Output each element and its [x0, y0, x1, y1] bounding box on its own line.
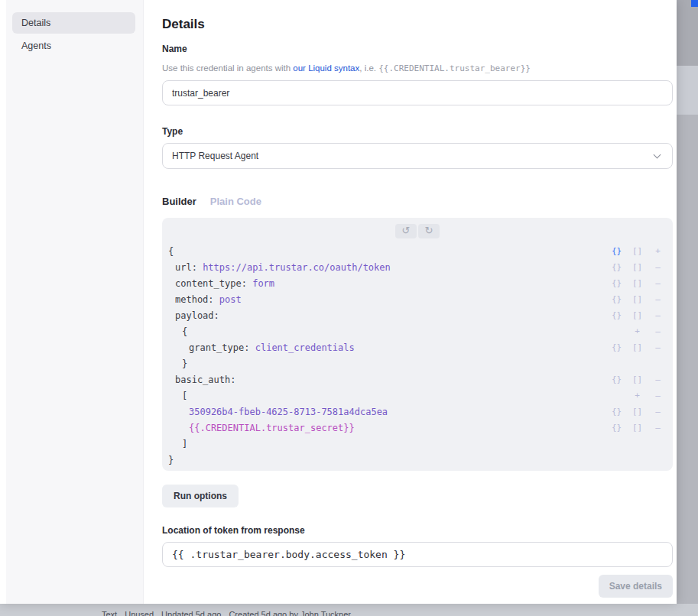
- line-actions: {}[]—: [606, 262, 668, 272]
- add-array-icon[interactable]: []: [627, 278, 648, 288]
- code-text: method: post: [168, 294, 606, 305]
- code-line: grant_type: client_credentials{}[]—: [162, 339, 673, 355]
- code-text: grant_type: client_credentials: [168, 342, 606, 353]
- add-object-icon[interactable]: {}: [606, 423, 627, 433]
- code-line: method: post{}[]—: [162, 291, 673, 307]
- line-actions: +—: [627, 326, 668, 336]
- add-array-icon[interactable]: []: [627, 423, 648, 433]
- add-array-icon[interactable]: []: [627, 374, 648, 384]
- builder-tabs: BuilderPlain Code: [162, 196, 261, 207]
- background-page: [676, 0, 698, 66]
- code-text: 350926b4-fbeb-4625-8713-7581a4dca5ea: [168, 407, 606, 417]
- code-line: }: [162, 355, 673, 371]
- name-label: Name: [162, 44, 187, 54]
- type-select-value: HTTP Request Agent: [172, 151, 258, 161]
- code-line: [+—: [162, 387, 673, 404]
- remove-item-icon[interactable]: —: [648, 326, 668, 336]
- save-details-button[interactable]: Save details: [599, 575, 673, 598]
- code-line: 350926b4-fbeb-4625-8713-7581a4dca5ea{}[]…: [162, 404, 673, 420]
- line-actions: {}[]—: [606, 278, 668, 288]
- token-location-label: Location of token from response: [162, 525, 305, 536]
- type-label: Type: [162, 126, 183, 137]
- remove-item-icon[interactable]: —: [648, 391, 668, 400]
- remove-item-icon[interactable]: —: [648, 310, 668, 320]
- tab-plain-code[interactable]: Plain Code: [210, 196, 261, 207]
- type-select[interactable]: HTTP Request Agent: [162, 143, 673, 169]
- add-array-icon[interactable]: []: [627, 262, 648, 272]
- status-item: Text: [102, 610, 117, 616]
- run-options-button[interactable]: Run options: [162, 485, 239, 507]
- helper-code: {{.CREDENTIAL.trustar_bearer}}: [378, 63, 531, 73]
- add-object-icon[interactable]: {}: [606, 374, 627, 384]
- remove-item-icon[interactable]: —: [648, 342, 668, 352]
- add-array-icon[interactable]: []: [627, 310, 648, 320]
- credential-name-input[interactable]: [162, 80, 673, 105]
- line-actions: {}[]—: [606, 374, 668, 384]
- name-helper-text: Use this credential in agents with our L…: [162, 63, 531, 73]
- code-line: {{}[]+: [162, 243, 673, 259]
- remove-item-icon[interactable]: —: [648, 423, 668, 433]
- page-title: Details: [162, 17, 205, 32]
- add-object-icon[interactable]: {}: [606, 262, 627, 272]
- sidebar-item-agents[interactable]: Agents: [12, 35, 135, 57]
- add-object-icon[interactable]: {}: [606, 278, 627, 288]
- add-array-icon[interactable]: []: [627, 407, 648, 417]
- remove-item-icon[interactable]: —: [648, 407, 668, 417]
- code-lines: {{}[]+url: https://api.trustar.co/oauth/…: [162, 243, 673, 468]
- code-line: }: [162, 452, 673, 468]
- add-object-icon[interactable]: {}: [606, 342, 627, 352]
- code-text: [: [168, 391, 627, 401]
- code-text: }: [168, 358, 668, 369]
- status-item: Unused: [125, 610, 154, 616]
- remove-item-icon[interactable]: —: [648, 294, 668, 304]
- remove-item-icon[interactable]: —: [648, 278, 668, 288]
- tab-builder[interactable]: Builder: [162, 196, 196, 207]
- status-item: Created 5d ago by John Tuckner: [229, 610, 351, 616]
- liquid-syntax-link[interactable]: our Liquid syntax: [293, 63, 359, 73]
- code-text: {{.CREDENTIAL.trustar_secret}}: [168, 423, 606, 433]
- background-accent-square: [691, 0, 698, 7]
- add-item-icon[interactable]: +: [648, 246, 668, 256]
- add-array-icon[interactable]: []: [627, 246, 648, 256]
- add-object-icon[interactable]: {}: [606, 246, 627, 256]
- remove-item-icon[interactable]: —: [648, 262, 668, 272]
- line-actions: {}[]—: [606, 310, 668, 320]
- undo-icon[interactable]: ↺: [395, 224, 417, 238]
- add-item-icon[interactable]: +: [627, 391, 648, 400]
- main-panel: Details Name Use this credential in agen…: [144, 0, 677, 604]
- code-text: content_type: form: [168, 278, 606, 289]
- add-object-icon[interactable]: {}: [606, 310, 627, 320]
- line-actions: {}[]+: [606, 246, 668, 256]
- add-item-icon[interactable]: +: [627, 326, 648, 336]
- code-line: ]: [162, 436, 673, 452]
- code-text: {: [168, 326, 627, 337]
- sidebar-item-details[interactable]: Details: [12, 12, 135, 34]
- code-text: }: [168, 455, 668, 465]
- chevron-down-icon: [654, 151, 661, 158]
- redo-icon[interactable]: ↻: [418, 224, 440, 238]
- token-location-input[interactable]: [162, 542, 673, 567]
- code-text: basic_auth:: [168, 374, 606, 385]
- background-status-row: TextUnusedUpdated 5d agoCreated 5d ago b…: [102, 610, 351, 616]
- line-actions: {}[]—: [606, 423, 668, 433]
- status-item: Updated 5d ago: [161, 610, 221, 616]
- add-object-icon[interactable]: {}: [606, 407, 627, 417]
- add-array-icon[interactable]: []: [627, 294, 648, 304]
- undo-redo-group: ↺ ↻: [162, 224, 673, 239]
- screen: TextUnusedUpdated 5d agoCreated 5d ago b…: [0, 0, 698, 616]
- add-array-icon[interactable]: []: [627, 342, 648, 352]
- code-builder-panel: ↺ ↻ {{}[]+url: https://api.trustar.co/oa…: [162, 218, 673, 471]
- code-text: payload:: [168, 310, 606, 321]
- line-actions: {}[]—: [606, 342, 668, 352]
- helper-prefix: Use this credential in agents with: [162, 63, 293, 73]
- sidebar-list: DetailsAgents: [6, 12, 143, 57]
- add-object-icon[interactable]: {}: [606, 294, 627, 304]
- line-actions: {}[]—: [606, 294, 668, 304]
- remove-item-icon[interactable]: —: [648, 374, 668, 384]
- code-line: basic_auth:{}[]—: [162, 371, 673, 387]
- background-page-card: [676, 66, 698, 115]
- code-text: url: https://api.trustar.co/oauth/token: [168, 262, 606, 273]
- code-line: url: https://api.trustar.co/oauth/token{…: [162, 259, 673, 275]
- code-line: {{.CREDENTIAL.trustar_secret}}{}[]—: [162, 420, 673, 436]
- helper-mid: , i.e.: [359, 63, 378, 73]
